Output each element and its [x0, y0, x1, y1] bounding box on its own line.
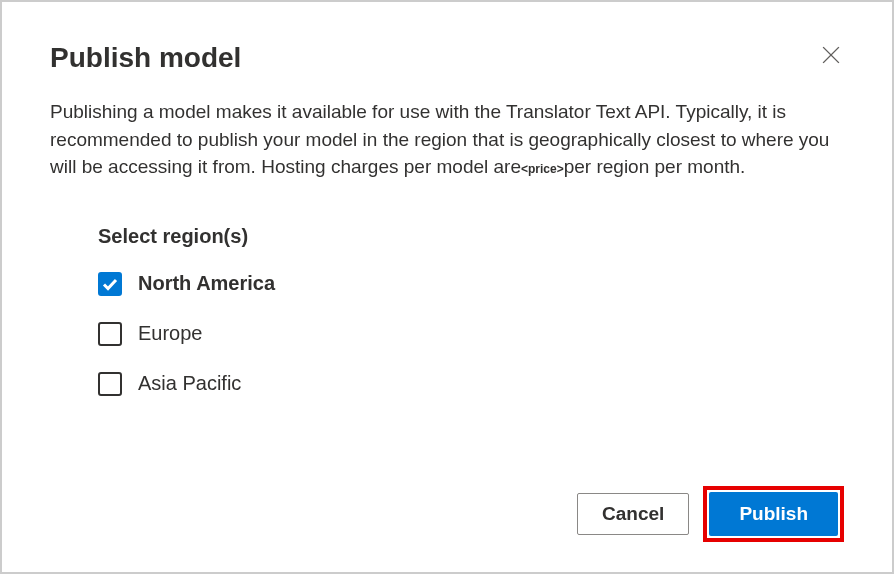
region-section: Select region(s) North America Europe As…: [50, 225, 844, 396]
publish-button[interactable]: Publish: [709, 492, 838, 536]
region-label: Asia Pacific: [138, 372, 241, 395]
dialog-title: Publish model: [50, 42, 241, 74]
checkbox-europe[interactable]: [98, 322, 122, 346]
region-label: Europe: [138, 322, 203, 345]
checkbox-north-america[interactable]: [98, 272, 122, 296]
region-option-europe[interactable]: Europe: [98, 322, 844, 346]
cancel-button[interactable]: Cancel: [577, 493, 689, 535]
checkbox-asia-pacific[interactable]: [98, 372, 122, 396]
dialog-description: Publishing a model makes it available fo…: [50, 98, 844, 181]
close-icon: [822, 46, 840, 64]
close-button[interactable]: [818, 42, 844, 68]
publish-model-dialog: Publish model Publishing a model makes i…: [2, 2, 892, 572]
region-section-label: Select region(s): [98, 225, 844, 248]
region-label: North America: [138, 272, 275, 295]
price-placeholder: <price>: [521, 162, 564, 176]
description-text-2: per region per month.: [564, 156, 746, 177]
publish-button-highlight: Publish: [703, 486, 844, 542]
region-option-north-america[interactable]: North America: [98, 272, 844, 296]
region-option-asia-pacific[interactable]: Asia Pacific: [98, 372, 844, 396]
dialog-header: Publish model: [50, 42, 844, 74]
dialog-buttons: Cancel Publish: [577, 486, 844, 542]
checkmark-icon: [102, 276, 118, 292]
